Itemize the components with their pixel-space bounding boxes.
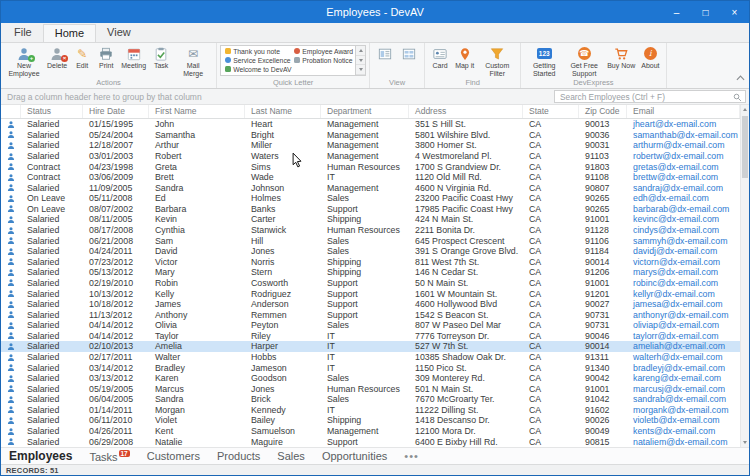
vertical-scrollbar[interactable] <box>740 105 749 447</box>
table-row[interactable]: Salaried11/13/2012AnthonyRemmenSupport15… <box>1 309 749 320</box>
column-header-first-name[interactable]: First Name <box>149 105 245 118</box>
email-link[interactable]: jamesa@dx-email.com <box>627 299 740 309</box>
table-row[interactable]: Salaried08/11/2005KevinCarterShipping424… <box>1 214 749 225</box>
email-link[interactable]: marys@dx-email.com <box>627 267 740 277</box>
ribbon-button-new-employee[interactable]: +New Employee <box>4 44 44 78</box>
ribbon-button-task[interactable]: Task <box>149 44 173 78</box>
scroll-up-icon[interactable] <box>743 105 747 114</box>
table-row[interactable]: On Leave05/11/2008EdHolmesSales23200 Pac… <box>1 193 749 204</box>
gallery-item-thank-you-note[interactable]: Thank you note <box>223 47 292 56</box>
ribbon-button-card[interactable]: Card <box>428 44 452 78</box>
doc-tab-opportunities[interactable]: Opportunities <box>322 450 387 462</box>
doc-tab-overflow[interactable]: ••• <box>404 450 419 462</box>
email-link[interactable]: anthonyr@dx-email.com <box>627 310 740 320</box>
table-row[interactable]: Salaried11/09/2005SandraJohnsonManagemen… <box>1 182 749 193</box>
table-row[interactable]: Salaried10/18/2012JamesAndersonSupport46… <box>1 299 749 310</box>
column-header-department[interactable]: Department <box>321 105 409 118</box>
ribbon-button-meeting[interactable]: Meeting <box>118 44 149 78</box>
ribbon-button-buy-now[interactable]: Buy Now <box>604 44 638 78</box>
ribbon-button-layout-list-icon[interactable] <box>373 44 397 78</box>
column-header-status[interactable]: Status <box>21 105 83 118</box>
gallery-item-service-excellence[interactable]: Service Excellence <box>223 56 292 65</box>
table-row[interactable]: Salaried02/17/2011WalterHobbsIT10385 Sha… <box>1 352 749 363</box>
email-link[interactable]: nataliem@dx-email.com <box>627 437 740 447</box>
column-header-email[interactable]: Email <box>627 105 740 118</box>
table-row[interactable]: Contract04/23/1998GretaSimsHuman Resourc… <box>1 161 749 172</box>
column-header-address[interactable]: Address <box>409 105 523 118</box>
email-link[interactable]: ameliah@dx-email.com <box>627 341 740 351</box>
email-link[interactable]: robertw@dx-email.com <box>627 151 740 161</box>
maximize-button[interactable]: □ <box>691 1 720 23</box>
close-button[interactable]: × <box>720 1 749 23</box>
table-row[interactable]: Salaried05/19/2005MarcusJonesHuman Resou… <box>1 383 749 394</box>
doc-tab-customers[interactable]: Customers <box>147 450 200 462</box>
table-row[interactable]: Salaried06/21/2008SamHillSales645 Prospe… <box>1 235 749 246</box>
email-link[interactable]: victorn@dx-email.com <box>627 257 740 267</box>
ribbon-button-mail-merge[interactable]: ✉Mail Merge <box>173 44 213 78</box>
table-row[interactable]: Salaried02/19/2010RobinCosworthSupport50… <box>1 278 749 289</box>
tab-view[interactable]: View <box>96 24 142 42</box>
table-row[interactable]: Salaried10/13/2012KellyRodriguezSupport1… <box>1 288 749 299</box>
ribbon-button-print[interactable]: Print <box>94 44 118 78</box>
gallery-dropdown-button[interactable] <box>356 65 365 75</box>
scrollbar-track[interactable] <box>741 114 749 438</box>
column-header-hire-date[interactable]: Hire Date <box>83 105 149 118</box>
email-link[interactable]: kareng@dx-email.com <box>627 373 740 383</box>
table-row[interactable]: On Leave08/07/2002BarbaraBanksSupport179… <box>1 204 749 215</box>
doc-tab-sales[interactable]: Sales <box>277 450 305 462</box>
email-link[interactable]: edh@dx-email.com <box>627 193 740 203</box>
table-row[interactable]: Salaried01/14/2011MorganKennedyIT11222 D… <box>1 405 749 416</box>
table-row[interactable]: Salaried06/29/2008NatalieMaguireSupport6… <box>1 436 749 447</box>
table-row[interactable]: Salaried12/18/2007ArthurMillerManagement… <box>1 140 749 151</box>
email-link[interactable]: sammyh@dx-email.com <box>627 236 740 246</box>
email-link[interactable]: robinc@dx-email.com <box>627 278 740 288</box>
ribbon-button-layout-card-icon[interactable] <box>397 44 421 78</box>
gallery-item-probation-notice[interactable]: Probation Notice <box>292 56 355 65</box>
email-link[interactable]: sandrab@dx-email.com <box>627 394 740 404</box>
column-header-state[interactable]: State <box>523 105 579 118</box>
email-link[interactable]: sandraj@dx-email.com <box>627 183 740 193</box>
email-link[interactable]: brettw@dx-email.com <box>627 172 740 182</box>
ribbon-button-custom-filter[interactable]: Custom Filter <box>477 44 517 78</box>
email-link[interactable]: taylorr@dx-email.com <box>627 331 740 341</box>
doc-tab-tasks[interactable]: Tasks17 <box>89 450 129 463</box>
ribbon-button-edit[interactable]: ✎Edit <box>70 44 94 78</box>
gallery-scroll-up-button[interactable] <box>356 46 365 56</box>
email-link[interactable]: kellyr@dx-email.com <box>627 289 740 299</box>
tab-home[interactable]: Home <box>43 24 96 43</box>
table-row[interactable]: Salaried07/23/2012VictorNorrisShipping81… <box>1 257 749 268</box>
table-row[interactable]: Salaried01/15/1995JohnHeartManagement351… <box>1 119 749 130</box>
email-link[interactable]: jheart@dx-email.com <box>627 119 740 129</box>
email-link[interactable]: cindys@dx-email.com <box>627 225 740 235</box>
gallery-scroll-down-button[interactable] <box>356 56 365 66</box>
table-row[interactable]: Salaried02/10/2013AmeliaHarperIT527 W 7t… <box>1 341 749 352</box>
table-row[interactable]: Salaried06/11/2010VioletBaileyShipping14… <box>1 415 749 426</box>
doc-tab-employees[interactable]: Employees <box>9 449 72 463</box>
email-link[interactable]: walterh@dx-email.com <box>627 352 740 362</box>
email-link[interactable]: marcusj@dx-email.com <box>627 384 740 394</box>
scroll-down-icon[interactable] <box>743 438 747 447</box>
email-link[interactable]: barbarab@dx-email.com <box>627 204 740 214</box>
ribbon-button-about[interactable]: iAbout <box>638 44 662 78</box>
table-row[interactable]: Salaried05/24/2004SamanthaBrightManageme… <box>1 130 749 141</box>
table-row[interactable]: Salaried05/13/2012MarySternShipping146 N… <box>1 267 749 278</box>
table-row[interactable]: Contract03/06/2009BrettWadeIT1120 Old Mi… <box>1 172 749 183</box>
table-row[interactable]: Salaried04/14/2012OliviaPeytonSales807 W… <box>1 320 749 331</box>
ribbon-button-get-free-support[interactable]: ☎Get Free Support <box>564 44 604 78</box>
table-row[interactable]: Salaried04/26/2011KentSamuelsonManagemen… <box>1 426 749 437</box>
ribbon-button-map-it[interactable]: Map it <box>452 44 477 78</box>
email-link[interactable]: oliviap@dx-email.com <box>627 320 740 330</box>
email-link[interactable]: davidj@dx-email.com <box>627 246 740 256</box>
table-row[interactable]: Salaried04/24/2011DavidJonesSales391 S O… <box>1 246 749 257</box>
email-link[interactable]: kents@dx-email.com <box>627 426 740 436</box>
table-row[interactable]: Salaried06/04/2005SandraBrickSales7670 M… <box>1 394 749 405</box>
table-row[interactable]: Salaried03/13/2012KarenGoodsonSales309 M… <box>1 373 749 384</box>
search-input[interactable] <box>558 92 733 102</box>
scrollbar-thumb[interactable] <box>742 116 748 178</box>
minimize-button[interactable]: – <box>662 1 691 23</box>
email-link[interactable]: violetb@dx-email.com <box>627 415 740 425</box>
table-row[interactable]: Salaried03/14/2012BradleyJamesonIT1150 P… <box>1 362 749 373</box>
doc-tab-products[interactable]: Products <box>217 450 260 462</box>
table-row[interactable]: Salaried04/14/2012TaylorRileyIT7776 Torr… <box>1 331 749 342</box>
column-header-last-name[interactable]: Last Name <box>245 105 321 118</box>
